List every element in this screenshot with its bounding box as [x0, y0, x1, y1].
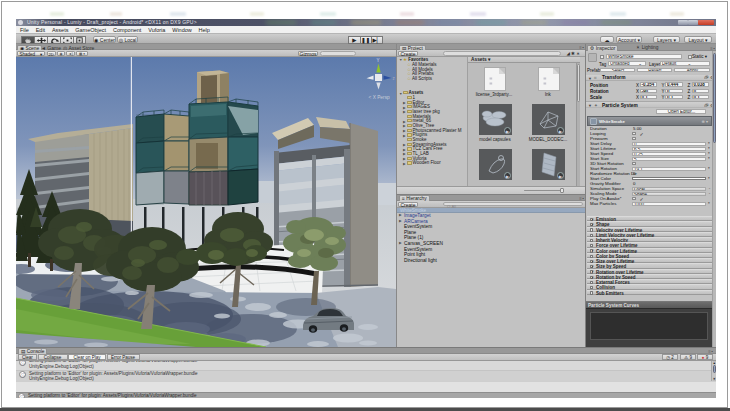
svg-text:Y: Y: [377, 58, 380, 63]
svg-text:< X Persp: < X Persp: [369, 94, 391, 99]
